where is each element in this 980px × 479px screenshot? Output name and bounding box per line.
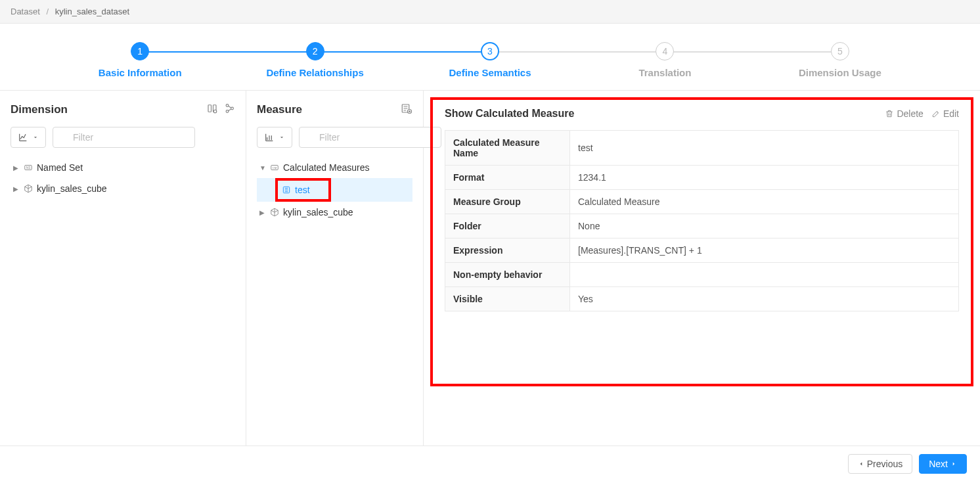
chevron-down-icon: [32, 134, 39, 141]
step-number: 5: [831, 42, 849, 60]
detail-table: Calculated Measure Name test Format 1234…: [445, 130, 959, 311]
next-button[interactable]: Next: [919, 454, 967, 474]
row-value: [570, 263, 959, 287]
svg-rect-0: [208, 105, 212, 112]
measure-filter-input[interactable]: [299, 127, 441, 148]
svg-text:NS: NS: [26, 166, 30, 170]
step-number: 3: [481, 42, 499, 60]
step-label: Translation: [577, 67, 752, 78]
row-value: Yes: [570, 287, 959, 311]
step-number: 4: [656, 42, 674, 60]
step-dimension-usage[interactable]: 5 Dimension Usage: [753, 42, 927, 78]
measure-tree: ▼ CM Calculated Measures test ▶ kylin_sa…: [257, 157, 412, 223]
tree-item-cube[interactable]: ▶ kylin_sales_cube: [257, 202, 412, 223]
step-label: Define Relationships: [227, 67, 402, 78]
chevron-left-icon: [858, 461, 864, 467]
row-label: Measure Group: [445, 190, 570, 214]
breadcrumb-root[interactable]: Dataset: [11, 7, 40, 16]
named-set-icon: NS: [24, 163, 33, 172]
step-number: 1: [131, 42, 149, 60]
step-basic-information[interactable]: 1 Basic Information: [53, 42, 227, 78]
caret-down-icon: ▼: [259, 164, 266, 171]
step-label: Dimension Usage: [753, 67, 927, 78]
table-row: Folder None: [445, 214, 959, 239]
row-value: 1234.1: [570, 166, 959, 190]
tree-item-label: Calculated Measures: [283, 162, 370, 173]
tree-item-label: test: [295, 185, 310, 195]
row-value: [Measures].[TRANS_CNT] + 1: [570, 239, 959, 263]
edit-icon: [931, 109, 941, 118]
measure-panel-title: Measure: [257, 103, 302, 116]
tree-item-cube[interactable]: ▶ kylin_sales_cube: [11, 178, 235, 199]
previous-label: Previous: [867, 459, 902, 469]
delete-label: Delete: [897, 108, 923, 119]
breadcrumb: Dataset / kylin_sales_dataset: [0, 0, 980, 24]
breadcrumb-separator: /: [46, 7, 49, 16]
dimension-type-dropdown[interactable]: [11, 127, 46, 148]
table-row: Expression [Measures].[TRANS_CNT] + 1: [445, 239, 959, 263]
tree-item-named-set[interactable]: ▶ NS Named Set: [11, 157, 235, 178]
table-row: Non-empty behavior: [445, 263, 959, 287]
measure-panel: Measure ▼ CM Calculate: [246, 91, 424, 445]
cube-icon: [24, 184, 33, 193]
step-translation[interactable]: 4 Translation: [577, 42, 752, 78]
tree-item-test[interactable]: test: [257, 178, 412, 202]
delete-button[interactable]: Delete: [885, 108, 923, 119]
step-define-semantics[interactable]: 3 Define Semantics: [403, 42, 577, 78]
caret-right-icon: ▶: [259, 209, 266, 216]
row-label: Folder: [445, 214, 570, 239]
tree-item-calculated-measures[interactable]: ▼ CM Calculated Measures: [257, 157, 412, 178]
measure-type-dropdown[interactable]: [257, 127, 292, 148]
next-label: Next: [929, 459, 948, 469]
table-row: Calculated Measure Name test: [445, 131, 959, 166]
row-value: None: [570, 214, 959, 239]
row-label: Expression: [445, 239, 570, 263]
row-value: Calculated Measure: [570, 190, 959, 214]
trash-icon: [885, 109, 894, 118]
row-label: Calculated Measure Name: [445, 131, 570, 166]
svg-text:CM: CM: [273, 166, 277, 170]
row-label: Format: [445, 166, 570, 190]
dimension-panel-title: Dimension: [11, 103, 68, 116]
tree-item-label: kylin_sales_cube: [283, 207, 353, 217]
caret-right-icon: ▶: [13, 164, 20, 171]
measure-add-icon[interactable]: [401, 103, 412, 116]
edit-button[interactable]: Edit: [931, 108, 959, 119]
chart-line-icon: [18, 132, 28, 143]
main-content: Dimension: [0, 91, 980, 445]
dimension-filter-input[interactable]: [53, 127, 195, 148]
calculated-measure-icon: [282, 185, 291, 194]
row-label: Non-empty behavior: [445, 263, 570, 287]
tree-item-label: kylin_sales_cube: [37, 183, 107, 194]
wizard-footer: Previous Next: [0, 445, 980, 479]
wizard-stepper: 1 Basic Information 2 Define Relationshi…: [0, 24, 980, 91]
row-label: Visible: [445, 287, 570, 311]
step-label: Define Semantics: [403, 67, 577, 78]
dimension-panel: Dimension: [0, 91, 246, 445]
detail-panel: Show Calculated Measure Delete Edit Calc…: [424, 91, 980, 445]
table-row: Measure Group Calculated Measure: [445, 190, 959, 214]
tree-item-label: Named Set: [37, 162, 83, 173]
table-row: Visible Yes: [445, 287, 959, 311]
edit-label: Edit: [943, 108, 959, 119]
dimension-hierarchy-icon[interactable]: [223, 103, 235, 116]
cube-icon: [270, 208, 279, 217]
caret-right-icon: ▶: [13, 185, 20, 193]
step-label: Basic Information: [53, 67, 227, 78]
row-value: test: [570, 131, 959, 166]
table-row: Format 1234.1: [445, 166, 959, 190]
dimension-settings-icon[interactable]: [206, 103, 218, 116]
dimension-tree: ▶ NS Named Set ▶ kylin_sales_cube: [11, 157, 235, 199]
svg-point-2: [213, 110, 217, 113]
previous-button[interactable]: Previous: [848, 454, 912, 474]
calculated-measure-group-icon: CM: [270, 163, 279, 172]
chart-bar-icon: [264, 132, 275, 143]
chevron-down-icon: [278, 134, 285, 141]
chevron-right-icon: [950, 461, 957, 467]
step-define-relationships[interactable]: 2 Define Relationships: [227, 42, 402, 78]
detail-title: Show Calculated Measure: [445, 108, 574, 120]
step-number: 2: [306, 42, 324, 60]
breadcrumb-current: kylin_sales_dataset: [55, 7, 129, 16]
